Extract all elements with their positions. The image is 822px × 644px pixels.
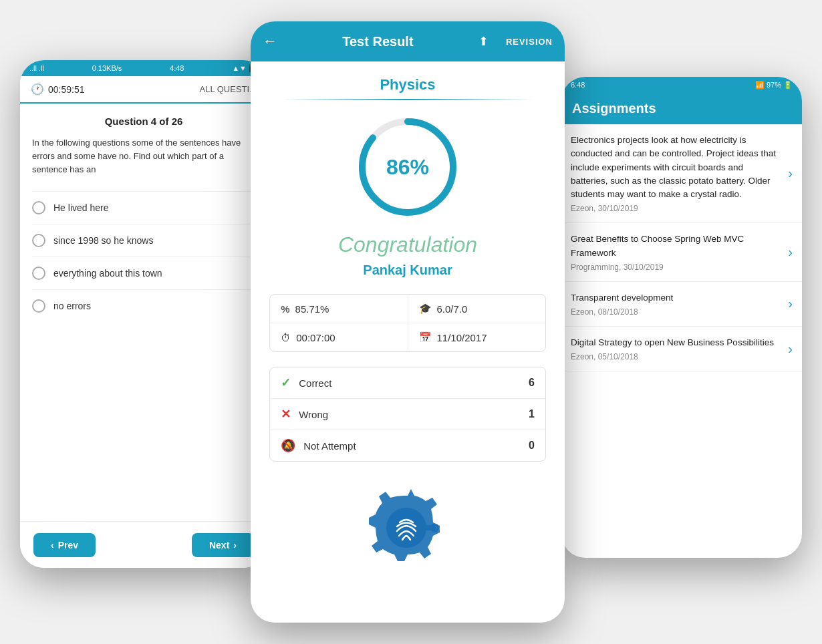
data-speed: 0.13KB/s [92,64,122,72]
stats-time-value: 00:07:00 [296,332,335,343]
right-battery: 📶 97% 🔋 [755,81,793,90]
wrong-count: 1 [529,408,535,420]
no-attempt-icon: 🔕 [281,438,295,453]
subject-divider [282,99,533,100]
subject-title: Physics [380,61,435,99]
timer-display: 🕐 00:59:51 [31,83,85,96]
stats-time: ⏱ 00:07:00 [270,323,408,351]
stats-percent-value: 85.71% [295,303,329,315]
assignments-list: Electronics projects look at how electri… [561,124,802,371]
result-top-bar: ← Test Result ⬆ REVISION [251,21,565,61]
correct-row: ✓ Correct 6 [270,367,545,399]
stats-row-1: % 85.71% 🎓 6.0/7.0 [270,295,545,323]
option-3-label: everything about this town [53,268,162,279]
back-icon[interactable]: ← [263,33,277,50]
option-4-label: no errors [53,301,91,311]
option-1-label: He lived here [53,202,109,213]
assignment-meta-4: Ezeon, 05/10/2018 [571,352,783,361]
quiz-header-bar: 🕐 00:59:51 ALL QUESTI... [20,76,267,104]
clock-icon: ⏱ [281,332,291,343]
assignment-item-4[interactable]: Digital Strategy to open New Business Po… [561,327,802,371]
chevron-icon-3: › [788,296,793,311]
question-number: Question 4 of 26 [32,116,255,127]
gear-fingerprint-icon [364,486,451,573]
calendar-icon: 📅 [419,331,432,343]
assignment-text-1: Electronics projects look at how electri… [571,134,783,213]
assignment-title-2: Great Benefits to Choose Spring Web MVC … [571,232,783,260]
assignment-item-1[interactable]: Electronics projects look at how electri… [561,124,802,223]
quiz-phone: ..ll .ll 0.13KB/s 4:48 ▲▼ ⬛ 🕐 00:59:51 A… [20,60,267,568]
progress-circle: 86% [354,114,461,220]
chevron-icon-4: › [788,341,793,357]
radio-2[interactable] [32,234,45,247]
stats-date-value: 11/10/2017 [437,332,487,343]
result-phone: ← Test Result ⬆ REVISION Physics 86% Con… [251,21,565,623]
stats-row-2: ⏱ 00:07:00 📅 11/10/2017 [270,323,545,351]
result-title: Test Result [285,34,470,49]
svg-rect-3 [422,525,436,530]
option-3[interactable]: everything about this town [32,257,255,289]
stats-score: 🎓 6.0/7.0 [408,295,545,323]
assignment-meta-3: Ezeon, 08/10/2018 [571,307,783,317]
option-2[interactable]: since 1998 so he knows [32,224,255,257]
assignment-item-2[interactable]: Great Benefits to Choose Spring Web MVC … [561,223,802,282]
chevron-icon-1: › [788,166,793,181]
assignment-text-2: Great Benefits to Choose Spring Web MVC … [571,232,783,272]
all-questions-tab[interactable]: ALL QUESTI... [200,84,257,94]
result-body: Physics 86% Congratulation Pankaj Kumar … [251,61,565,593]
revision-button[interactable]: REVISION [506,37,553,47]
stats-date: 📅 11/10/2017 [408,323,545,351]
percent-label: 86% [386,155,429,180]
share-icon[interactable]: ⬆ [478,34,489,49]
right-time: 6:48 [571,81,585,89]
svg-point-2 [386,508,426,548]
assignment-text-3: Transparent development Ezeon, 08/10/201… [571,291,783,317]
result-breakdown: ✓ Correct 6 ✕ Wrong 1 🔕 Not Attempt 0 [269,367,546,462]
next-label: Next [209,540,229,550]
assignments-title: Assignments [572,101,656,116]
correct-label: Correct [299,377,331,389]
wrong-label: Wrong [299,409,328,420]
assignment-item-3[interactable]: Transparent development Ezeon, 08/10/201… [561,282,802,327]
stats-table: % 85.71% 🎓 6.0/7.0 ⏱ 00:07:00 📅 11/10/20… [269,294,546,352]
not-attempt-label: Not Attempt [303,440,356,452]
not-attempt-count: 0 [529,440,535,452]
assignments-phone: 6:48 📶 97% 🔋 Assignments Electronics pro… [561,77,802,558]
graduation-icon: 🎓 [419,303,432,315]
assignments-header: Assignments [561,93,802,124]
status-bar-left: ..ll .ll 0.13KB/s 4:48 ▲▼ ⬛ [20,60,267,76]
option-4[interactable]: no errors [32,289,255,322]
cross-icon: ✕ [281,407,291,422]
assignment-title-4: Digital Strategy to open New Business Po… [571,336,783,349]
stats-score-value: 6.0/7.0 [437,303,468,315]
prev-arrow-icon: ‹ [51,540,54,550]
assignment-meta-1: Ezeon, 30/10/2019 [571,204,783,213]
prev-label: Prev [58,540,78,550]
assignment-title-3: Transparent development [571,291,783,305]
status-bar-right: 6:48 📶 97% 🔋 [561,77,802,93]
time-left: 4:48 [170,64,184,72]
prev-button[interactable]: ‹ Prev [33,533,96,557]
clock-icon-svg: 🕐 [31,83,44,96]
percent-icon: % [281,303,289,315]
quiz-body: Question 4 of 26 In the following questi… [20,104,267,524]
assignment-meta-2: Programming, 30/10/2019 [571,263,783,272]
radio-4[interactable] [32,299,45,313]
assignment-text-4: Digital Strategy to open New Business Po… [571,336,783,361]
assignment-title-1: Electronics projects look at how electri… [571,134,783,201]
wrong-row: ✕ Wrong 1 [270,399,545,430]
next-arrow-icon: › [233,540,237,550]
option-2-label: since 1998 so he knows [53,235,153,246]
next-button[interactable]: Next › [192,533,254,557]
congratulation-text: Congratulation [338,232,477,257]
option-1[interactable]: He lived here [32,191,255,224]
quiz-footer: ‹ Prev Next › [20,521,267,568]
radio-1[interactable] [32,201,45,214]
signal-text: ..ll .ll [29,64,44,72]
question-text: In the following questions some of the s… [32,136,255,176]
gear-svg [368,489,448,569]
not-attempt-row: 🔕 Not Attempt 0 [270,430,545,461]
stats-percent: % 85.71% [270,295,408,323]
user-name-text: Pankaj Kumar [363,263,452,278]
radio-3[interactable] [32,267,45,280]
